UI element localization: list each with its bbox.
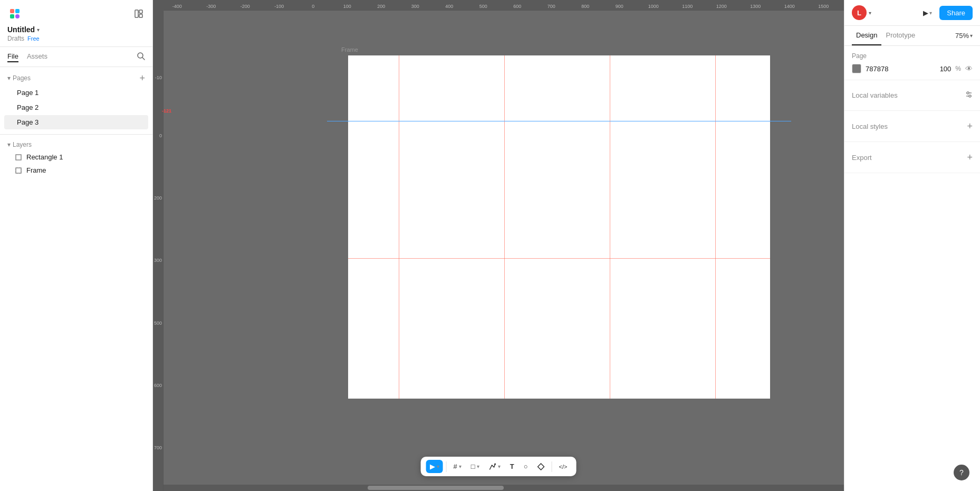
frame-dropdown-icon[interactable]: ▾ [459, 464, 462, 469]
tool-pen[interactable]: ▾ [485, 460, 504, 473]
zoom-value: 75% [955, 32, 969, 40]
local-variables-row: Local variables [852, 87, 973, 104]
tab-assets[interactable]: Assets [27, 51, 47, 62]
text-tool-icon: T [510, 462, 514, 470]
layers-section-title: ▾ Layers [7, 141, 32, 148]
ruler-tick: 1300 [750, 4, 761, 10]
frame-layer-icon [15, 167, 22, 174]
shape-dropdown-icon[interactable]: ▾ [477, 464, 479, 469]
svg-rect-5 [135, 10, 138, 17]
tool-shape[interactable]: □ ▾ [467, 460, 483, 473]
layer-item-frame[interactable]: Frame [0, 164, 152, 177]
svg-point-20 [494, 463, 496, 465]
page-color-hex[interactable]: 787878 [866, 65, 936, 73]
ruler-corner [153, 0, 164, 11]
tool-text[interactable]: T [506, 460, 518, 473]
svg-rect-7 [139, 14, 142, 17]
tool-ellipse[interactable]: ○ [520, 460, 532, 473]
ruler-tick: 1000 [648, 4, 659, 10]
grid-line-v [399, 55, 399, 399]
tool-code[interactable]: </> [555, 461, 571, 473]
ruler-tick: 1500 [818, 4, 829, 10]
ruler-tick-v: 0 [159, 133, 162, 138]
canvas-frame[interactable] [348, 55, 770, 399]
free-badge: Free [27, 35, 40, 42]
grid-line-v [715, 55, 716, 399]
tool-frame[interactable]: # ▾ [450, 460, 465, 473]
shape-tool-icon: □ [471, 462, 475, 470]
add-page-button[interactable]: + [139, 73, 145, 83]
ruler-tick: 400 [445, 4, 453, 10]
page-item-1[interactable]: Page 1 [4, 86, 148, 100]
page-color-percent: % [955, 65, 961, 72]
visibility-toggle-icon[interactable]: 👁 [965, 64, 973, 73]
ruler-tick-v: 200 [154, 195, 162, 201]
pages-section-title: ▾ Pages [7, 74, 31, 82]
local-styles-row: Local styles + [852, 117, 973, 135]
layers-section-header[interactable]: ▾ Layers [0, 139, 152, 150]
ruler-tick: -300 [206, 4, 216, 10]
left-panel: Untitled ▾ Drafts Free File Assets [0, 0, 153, 491]
layer-label-rectangle: Rectangle 1 [26, 153, 63, 161]
search-button[interactable] [137, 52, 145, 62]
local-variables-label: Local variables [852, 91, 898, 99]
ruler-tick: 1200 [716, 4, 727, 10]
local-styles-add-icon[interactable]: + [967, 121, 973, 131]
right-panel: L ▾ ▶ ▾ Share Design Prototype 75% ▾ Pag… [844, 0, 980, 491]
page-item-3[interactable]: Page 3 [4, 115, 148, 129]
select-dropdown-icon[interactable]: ▾ [437, 464, 439, 469]
right-panel-header: L ▾ ▶ ▾ Share [844, 0, 980, 26]
page-section: Page 787878 100 % 👁 [844, 46, 980, 80]
scrollbar-thumb[interactable] [368, 486, 504, 490]
ruler-tick: -200 [241, 4, 250, 10]
ruler-tick: 100 [343, 4, 351, 10]
local-variables-icon[interactable] [965, 91, 973, 100]
page-color-swatch[interactable] [852, 64, 861, 73]
drafts-label: Drafts [7, 35, 24, 42]
svg-rect-10 [16, 155, 21, 160]
avatar-dropdown-icon[interactable]: ▾ [869, 10, 871, 16]
pages-section-header[interactable]: ▾ Pages + [0, 71, 152, 85]
svg-rect-1 [15, 9, 20, 13]
ruler-tick: 600 [513, 4, 521, 10]
canvas-scrollbar[interactable] [164, 485, 844, 491]
user-avatar[interactable]: L [852, 5, 867, 20]
present-button[interactable]: ▶ ▾ [920, 7, 935, 19]
ruler-tick: 900 [616, 4, 623, 10]
figma-logo-icon[interactable] [7, 6, 22, 21]
tool-select[interactable]: ▶ ▾ [426, 460, 443, 473]
page-color-opacity[interactable]: 100 [940, 65, 952, 73]
layout-toggle-icon[interactable] [132, 7, 145, 20]
tab-design[interactable]: Design [852, 26, 881, 45]
layers-chevron-icon: ▾ [7, 141, 11, 148]
select-tool-icon: ▶ [430, 462, 435, 470]
guide-line-h[interactable] [327, 121, 791, 121]
canvas-area[interactable]: -400 -300 -200 -100 0 100 200 300 400 50… [153, 0, 844, 491]
ruler-tick: 500 [479, 4, 487, 10]
tool-components[interactable] [534, 460, 549, 473]
export-add-icon[interactable]: + [967, 153, 973, 162]
share-button[interactable]: Share [939, 6, 973, 20]
tab-prototype[interactable]: Prototype [881, 26, 919, 45]
svg-rect-2 [10, 14, 14, 18]
export-label: Export [852, 154, 872, 162]
zoom-control[interactable]: 75% ▾ [955, 32, 973, 40]
svg-point-23 [967, 92, 969, 94]
svg-rect-11 [16, 168, 21, 173]
page-item-2[interactable]: Page 2 [4, 100, 148, 115]
design-prototype-tabs: Design Prototype 75% ▾ [844, 26, 980, 46]
tab-file[interactable]: File [7, 51, 18, 62]
play-dropdown-icon[interactable]: ▾ [929, 10, 932, 16]
help-button[interactable]: ? [954, 465, 969, 480]
ruler-tick-v: 500 [154, 320, 162, 326]
pen-dropdown-icon[interactable]: ▾ [498, 464, 501, 469]
svg-point-3 [15, 14, 20, 18]
title-dropdown-icon[interactable]: ▾ [37, 27, 40, 33]
page-color-row: 787878 100 % 👁 [852, 64, 973, 73]
local-variables-section: Local variables [844, 80, 980, 111]
local-styles-label: Local styles [852, 122, 888, 130]
layer-item-rectangle[interactable]: Rectangle 1 [0, 150, 152, 164]
grid-line-v [610, 55, 610, 399]
ruler-tick: 300 [411, 4, 419, 10]
zoom-dropdown-icon[interactable]: ▾ [970, 33, 973, 39]
